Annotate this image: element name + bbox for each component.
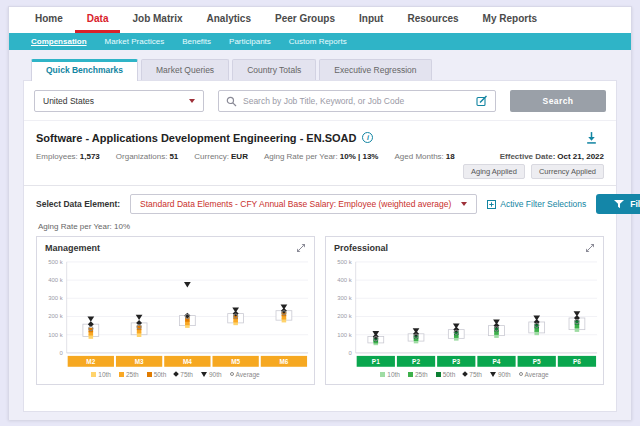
svg-text:300 k: 300 k: [337, 295, 352, 301]
nav-analytics[interactable]: Analytics: [195, 7, 263, 33]
svg-text:100 k: 100 k: [48, 332, 63, 338]
svg-text:M3: M3: [135, 358, 144, 365]
svg-text:300 k: 300 k: [48, 295, 63, 301]
main-panel: United States Search Software - Applicat…: [23, 80, 617, 412]
active-filter-selections-link[interactable]: Active Filter Selections: [487, 199, 586, 209]
data-element-select[interactable]: Standard Data Elements - CFY Annual Base…: [130, 194, 477, 214]
subnav-benefits[interactable]: Benefits: [182, 37, 211, 46]
legend-25th: 25th: [119, 371, 139, 378]
edit-icon[interactable]: [476, 95, 488, 107]
country-select-value: United States: [43, 96, 94, 106]
applied-badges: Aging Applied Currency Applied: [24, 162, 616, 185]
svg-text:M4: M4: [183, 358, 192, 365]
subnav-participants[interactable]: Participants: [229, 37, 271, 46]
svg-text:500 k: 500 k: [48, 259, 63, 265]
aging-rate-note: Aging Rate per Year: 10%: [24, 218, 616, 233]
svg-text:P2: P2: [412, 358, 420, 365]
effective-date: Effective Date:Oct 21, 2022: [498, 152, 604, 161]
secondary-navigation: Compensation Market Practices Benefits P…: [9, 33, 631, 50]
legend-average: Average: [230, 371, 260, 378]
professional-chart-panel: Professional 0100 k200 k300 k400 k500 kP…: [325, 236, 604, 385]
country-select[interactable]: United States: [34, 90, 204, 112]
chart-legend: 10th 25th 50th 75th 90th Average: [37, 369, 314, 384]
svg-text:0: 0: [348, 350, 352, 356]
search-button[interactable]: Search: [510, 90, 606, 112]
meta-aged-months: Aged Months:18: [394, 152, 454, 161]
chart-title: Professional: [334, 243, 388, 253]
data-element-selected-value: Standard Data Elements - CFY Annual Base…: [140, 199, 451, 209]
svg-text:P4: P4: [493, 358, 501, 365]
legend-average: Average: [519, 371, 549, 378]
nav-data[interactable]: Data: [75, 7, 121, 33]
nav-my-reports[interactable]: My Reports: [471, 7, 549, 33]
download-icon[interactable]: [585, 131, 598, 144]
meta-organizations: Organizations:51: [116, 152, 179, 161]
nav-job-matrix[interactable]: Job Matrix: [120, 7, 194, 33]
tab-country-totals[interactable]: Country Totals: [232, 59, 316, 80]
svg-text:P5: P5: [533, 358, 541, 365]
subnav-market-practices[interactable]: Market Practices: [105, 37, 165, 46]
chart-legend: 10th 25th 50th 75th 90th Average: [326, 369, 603, 384]
job-search-box: [218, 90, 496, 112]
legend-10th: 10th: [380, 371, 400, 378]
legend-50th: 50th: [436, 371, 456, 378]
management-boxplot: 0100 k200 k300 k400 k500 kM2M3M4M5M6: [37, 254, 314, 369]
svg-text:P3: P3: [452, 358, 460, 365]
expand-icon[interactable]: [585, 243, 595, 253]
filters-button[interactable]: Filters: [596, 194, 640, 214]
nav-peer-groups[interactable]: Peer Groups: [263, 7, 347, 33]
legend-25th: 25th: [408, 371, 428, 378]
svg-text:M2: M2: [86, 358, 95, 365]
app-window: Home Data Job Matrix Analytics Peer Grou…: [8, 6, 632, 420]
legend-75th: 75th: [463, 371, 482, 378]
currency-applied-badge: Currency Applied: [531, 164, 604, 179]
info-icon[interactable]: i: [362, 132, 373, 143]
page-title: Software - Applications Development Engi…: [36, 132, 356, 144]
chart-header: Management: [37, 237, 314, 254]
legend-10th: 10th: [91, 371, 111, 378]
meta-employees: Employees:1,573: [36, 152, 100, 161]
tab-bar: Quick Benchmarks Market Queries Country …: [9, 59, 631, 80]
svg-text:M5: M5: [231, 358, 240, 365]
data-element-label: Select Data Element:: [36, 199, 120, 209]
professional-boxplot: 0100 k200 k300 k400 k500 kP1P2P3P4P5P6: [326, 254, 603, 369]
svg-text:P6: P6: [573, 358, 581, 365]
content-area: Quick Benchmarks Market Queries Country …: [9, 50, 631, 420]
tab-quick-benchmarks[interactable]: Quick Benchmarks: [31, 59, 138, 81]
svg-text:500 k: 500 k: [337, 259, 352, 265]
job-meta-row: Employees:1,573 Organizations:51 Currenc…: [24, 148, 616, 162]
svg-text:400 k: 400 k: [48, 277, 63, 283]
top-navigation: Home Data Job Matrix Analytics Peer Grou…: [9, 7, 631, 33]
subnav-custom-reports[interactable]: Custom Reports: [289, 37, 347, 46]
chart-header: Professional: [326, 237, 603, 254]
search-input[interactable]: [243, 96, 470, 106]
subnav-compensation[interactable]: Compensation: [31, 37, 87, 46]
legend-90th: 90th: [490, 371, 511, 378]
chevron-down-icon: [461, 202, 467, 206]
tab-executive-regression[interactable]: Executive Regression: [319, 59, 431, 80]
nav-resources[interactable]: Resources: [395, 7, 470, 33]
legend-75th: 75th: [174, 371, 193, 378]
management-chart-panel: Management 0100 k200 k300 k400 k500 kM2M…: [36, 236, 315, 385]
svg-text:P1: P1: [372, 358, 380, 365]
funnel-icon: [614, 200, 624, 209]
svg-text:200 k: 200 k: [48, 313, 63, 319]
meta-aging-rate: Aging Rate per Year:10% | 13%: [264, 152, 379, 161]
svg-text:M6: M6: [279, 358, 288, 365]
charts-row: Management 0100 k200 k300 k400 k500 kM2M…: [24, 233, 616, 385]
nav-home[interactable]: Home: [23, 7, 75, 33]
svg-text:200 k: 200 k: [337, 313, 352, 319]
search-row: United States Search: [24, 81, 616, 121]
tab-market-queries[interactable]: Market Queries: [141, 59, 229, 80]
svg-text:0: 0: [59, 350, 63, 356]
meta-currency: Currency:EUR: [194, 152, 248, 161]
legend-50th: 50th: [147, 371, 167, 378]
nav-input[interactable]: Input: [347, 7, 395, 33]
svg-text:400 k: 400 k: [337, 277, 352, 283]
chart-title: Management: [45, 243, 100, 253]
data-element-row: Select Data Element: Standard Data Eleme…: [24, 186, 616, 218]
job-title-row: Software - Applications Development Engi…: [24, 121, 616, 148]
svg-text:100 k: 100 k: [337, 332, 352, 338]
expand-icon[interactable]: [296, 243, 306, 253]
legend-90th: 90th: [201, 371, 222, 378]
